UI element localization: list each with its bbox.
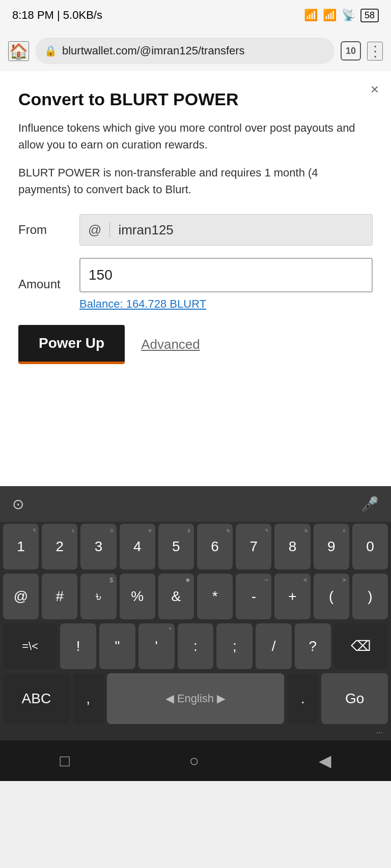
amount-row: Amount Balance: 164.728 BLURT <box>18 258 373 311</box>
modal-description: Influence tokens which give you more con… <box>18 119 373 153</box>
key-minus[interactable]: − - <box>236 574 271 619</box>
key-colon[interactable]: : <box>178 623 214 669</box>
from-input: @ imran125 <box>79 214 373 246</box>
status-right: 📶 📶 📡 58 <box>304 9 379 22</box>
nav-square-icon[interactable]: □ <box>60 752 69 770</box>
balance-link[interactable]: Balance: 164.728 BLURT <box>79 297 373 311</box>
key-slash[interactable]: / <box>256 623 292 669</box>
page-content-area <box>0 384 391 486</box>
signal-icon: 📶 <box>304 9 318 22</box>
key-question[interactable]: ? <box>295 623 331 669</box>
nav-home-icon[interactable]: ○ <box>189 752 199 770</box>
keyboard[interactable]: ⊙ 🎤 ৎ 1 ২ 2 ৩ 3 ৮ 4 ৫ 5 ৬ 6 ৭ 7 <box>0 486 391 740</box>
url-box[interactable]: 🔒 blurtwallet.com/@imran125/transfers <box>35 38 334 64</box>
advanced-button[interactable]: Advanced <box>141 337 200 352</box>
from-label: From <box>18 223 79 237</box>
power-up-button[interactable]: Power Up <box>18 325 125 364</box>
key-semicolon[interactable]: ; <box>216 623 253 669</box>
key-abc[interactable]: ABC <box>3 673 70 724</box>
nav-back-icon[interactable]: ◀ <box>319 751 331 770</box>
at-symbol: @ <box>88 222 110 238</box>
keyboard-numbers-row: ৎ 1 ২ 2 ৩ 3 ৮ 4 ৫ 5 ৬ 6 ৭ 7 ৯ 8 <box>0 522 391 572</box>
key-7[interactable]: ৭ 7 <box>236 524 271 570</box>
key-hash[interactable]: # <box>42 574 77 619</box>
from-value: imran125 <box>118 222 173 238</box>
key-at[interactable]: @ <box>3 574 39 619</box>
modal-area: × Convert to BLURT POWER Influence token… <box>0 71 391 384</box>
key-single-quote[interactable]: ° ' <box>138 623 175 669</box>
status-bar: 8:18 PM | 5.0KB/s 📶 📶 📡 58 <box>0 0 391 31</box>
key-backspace[interactable]: ⌫ <box>334 623 388 669</box>
key-comma[interactable]: , <box>73 673 104 724</box>
key-go[interactable]: Go <box>321 673 388 724</box>
key-0[interactable]: 0 <box>352 524 388 570</box>
url-text: blurtwallet.com/@imran125/transfers <box>62 44 245 57</box>
key-5[interactable]: ৫ 5 <box>158 524 194 570</box>
wifi-icon: 📡 <box>342 9 355 22</box>
keyboard-symbols-row: @ # $ ৳ % ★ & * − - < + > ( <box>0 572 391 621</box>
close-button[interactable]: × <box>371 81 379 98</box>
key-exclamation[interactable]: ! <box>60 623 96 669</box>
lock-icon: 🔒 <box>44 45 57 57</box>
key-double-quote[interactable]: " <box>99 623 135 669</box>
key-percent[interactable]: % <box>120 574 155 619</box>
key-1[interactable]: ৎ 1 <box>3 524 39 570</box>
amount-input[interactable] <box>79 258 373 292</box>
address-bar: 🏠 🔒 blurtwallet.com/@imran125/transfers … <box>0 31 391 71</box>
keyboard-special-row: =\< ! " ° ' : ; / ? ⌫ <box>0 621 391 671</box>
key-9[interactable]: ০ 9 <box>314 524 349 570</box>
key-8[interactable]: ৯ 8 <box>274 524 310 570</box>
battery-label: 58 <box>360 9 379 22</box>
key-asterisk[interactable]: * <box>197 574 233 619</box>
key-space[interactable]: ◀ English ▶ <box>107 673 285 724</box>
key-3[interactable]: ৩ 3 <box>80 524 116 570</box>
key-lparen[interactable]: > ( <box>314 574 349 619</box>
keyboard-mic-icon[interactable]: 🎤 <box>361 496 379 513</box>
amount-label: Amount <box>18 277 79 291</box>
from-row: From @ imran125 <box>18 214 373 246</box>
tabs-button[interactable]: 10 <box>341 41 361 61</box>
key-rparen[interactable]: ) <box>352 574 388 619</box>
keyboard-settings-icon[interactable]: ⊙ <box>12 496 24 513</box>
action-row: Power Up Advanced <box>18 325 373 364</box>
signal-icon-2: 📶 <box>323 9 337 22</box>
key-special-chars[interactable]: =\< <box>3 623 57 669</box>
home-button[interactable]: 🏠 <box>8 41 29 61</box>
key-6[interactable]: ৬ 6 <box>197 524 233 570</box>
menu-button[interactable]: ⋮ <box>367 42 383 61</box>
key-4[interactable]: ৮ 4 <box>120 524 155 570</box>
amount-field: Balance: 164.728 BLURT <box>79 258 373 311</box>
modal-title: Convert to BLURT POWER <box>18 89 373 109</box>
key-ampersand[interactable]: ★ & <box>158 574 194 619</box>
keyboard-bottom-row: ABC , ◀ English ▶ . Go <box>0 671 391 726</box>
navigation-bar: □ ○ ◀ <box>0 740 391 781</box>
key-taka[interactable]: $ ৳ <box>80 574 116 619</box>
keyboard-toolbar: ⊙ 🎤 <box>0 486 391 522</box>
key-plus[interactable]: < + <box>274 574 310 619</box>
status-left: 8:18 PM | 5.0KB/s <box>12 9 102 22</box>
modal-note: BLURT POWER is non-transferable and requ… <box>18 164 373 198</box>
key-period[interactable]: . <box>287 673 318 724</box>
key-2[interactable]: ২ 2 <box>42 524 77 570</box>
time-display: 8:18 PM | 5.0KB/s <box>12 9 102 22</box>
keyboard-hint: ··· <box>0 726 391 740</box>
